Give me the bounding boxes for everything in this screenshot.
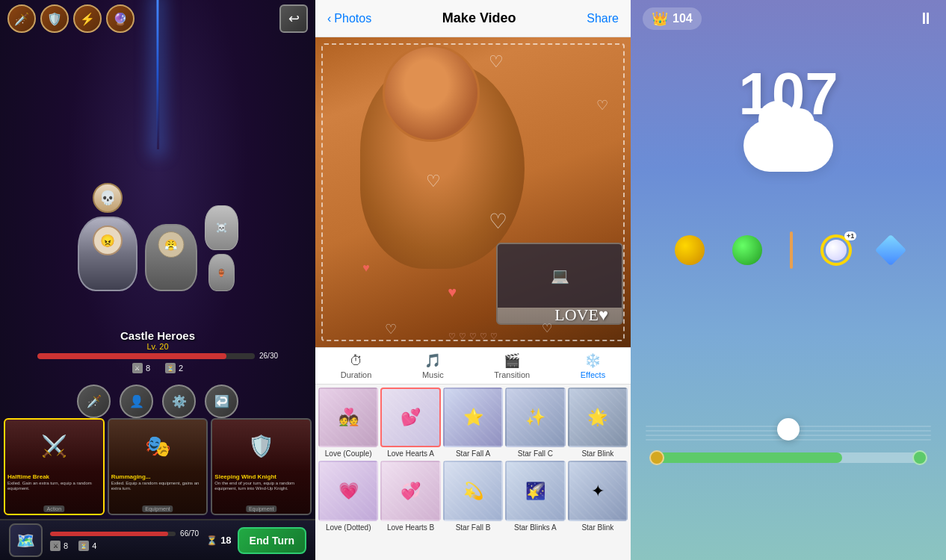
effect-thumb-star-blink: 🌟: [568, 388, 628, 447]
game-arena: 💀 😠 😤 ☠️ 🏺: [0, 45, 315, 299]
game-icon-4[interactable]: 🔮: [106, 4, 135, 33]
sword-icon: ⚔: [132, 363, 143, 373]
hero-level: Lv. 20: [0, 342, 315, 351]
effect-star-blink2[interactable]: ✦ Star Blink: [568, 461, 628, 532]
effect-star-blinks-a[interactable]: 🌠 Star Blinks A: [505, 461, 565, 532]
card-art-2: 🎭: [109, 420, 207, 472]
cloud-icon: [743, 119, 833, 172]
card-rummaging[interactable]: 🎭 Rummaging... Exiled. Equip a random eq…: [108, 418, 208, 515]
card-title-1: Halftime Break: [7, 473, 101, 481]
score-badge-number: 104: [673, 12, 693, 25]
game-icon-2[interactable]: 🛡️: [40, 4, 69, 33]
pause-button[interactable]: ⏸: [918, 9, 934, 28]
music-label: Music: [422, 370, 444, 379]
music-panel: 👑 104 ⏸ 107 +1: [631, 0, 946, 560]
card-text-1: Halftime Break Exiled. Gain an extra tur…: [5, 472, 103, 494]
effect-label-love-hearts-b: Love Hearts B: [380, 523, 440, 532]
effect-label-star-blinks-a: Star Blinks A: [505, 523, 565, 532]
card-type-1: Action: [44, 505, 64, 512]
progress-fill: [653, 452, 842, 463]
card-desc-2: Exiled. Equip a random equipment, gains …: [111, 481, 205, 493]
hourglass-icon: ⏳: [165, 363, 176, 373]
video-panel: ‹ Photos Make Video Share 💻 ♡ ♡ ♡ ♡ ♥ ♥ …: [315, 0, 631, 560]
card-type-3: Equipment: [246, 505, 276, 512]
card-title-2: Rummaging...: [111, 473, 205, 481]
video-header: ‹ Photos Make Video Share: [315, 0, 631, 37]
effect-star-blink[interactable]: 🌟 Star Blink: [568, 388, 628, 458]
game-back-button[interactable]: ↩: [279, 4, 308, 33]
tab-duration[interactable]: ⏱ Duration: [333, 349, 380, 384]
bar-line: [790, 231, 793, 269]
card-desc-1: Exiled. Gain an extra turn, equip a rand…: [7, 481, 101, 493]
progress-knob-left[interactable]: [649, 450, 664, 465]
map-button[interactable]: 🗺️: [9, 523, 43, 557]
effect-label-star-fall-c: Star Fall C: [505, 449, 565, 458]
game-panel: 🗡️ 🛡️ ⚡ 🔮 ↩ 💀 😠 😤 ☠️: [0, 0, 315, 560]
effect-love-hearts-b[interactable]: 💞 Love Hearts B: [380, 461, 440, 532]
effect-label-love-dotted: Love (Dotted): [318, 523, 378, 532]
effect-love-dotted[interactable]: 💗 Love (Dotted): [318, 461, 378, 532]
enemy-hp-area: 66/70 ⚔ 8 ⏳ 4: [50, 529, 199, 551]
video-back-button[interactable]: ‹ Photos: [327, 12, 371, 25]
turn-area: ⏳ 18 End Turn: [206, 527, 306, 554]
game-icon-3[interactable]: ⚡: [73, 4, 102, 33]
progress-area: [653, 452, 924, 463]
card-desc-3: On the end of your turn, equip a random …: [214, 481, 308, 493]
effect-star-fall-a[interactable]: ⭐ Star Fall A: [443, 388, 503, 458]
resource-hourglass: ⏳ 2: [165, 363, 183, 373]
effect-thumb-star-fall-c: ✨: [505, 388, 565, 447]
cards-row: ⚔️ Halftime Break Exiled. Gain an extra …: [4, 411, 312, 515]
enemy-resource2: ⏳ 4: [78, 541, 96, 551]
effect-star-fall-b[interactable]: 💫 Star Fall B: [443, 461, 503, 532]
effect-star-fall-c[interactable]: ✨ Star Fall C: [505, 388, 565, 458]
game-top-bar: 🗡️ 🛡️ ⚡ 🔮 ↩: [0, 0, 315, 37]
card-type-2: Equipment: [142, 505, 173, 512]
enemy-hourglass-icon: ⏳: [78, 541, 89, 551]
video-controls-tabs: ⏱ Duration 🎵 Music 🎬 Transition ❄️ Effec…: [315, 347, 631, 385]
game-icon-row: 🗡️ 🛡️ ⚡ 🔮: [7, 4, 135, 33]
effect-thumb-love-hearts-b: 💞: [380, 461, 440, 520]
effect-thumb-star-fall-a: ⭐: [443, 388, 503, 447]
progress-knob-right[interactable]: [912, 450, 927, 465]
effects-label: Effects: [581, 370, 605, 379]
effects-grid: 💑 Love (Couple) 💕 Love Hearts A ⭐ Star F…: [315, 385, 631, 560]
effect-thumb-star-fall-b: 💫: [443, 461, 503, 520]
tab-transition[interactable]: 🎬 Transition: [486, 348, 537, 384]
hp-bar: [37, 353, 255, 359]
orb-gold: [675, 235, 705, 265]
effect-love-couple[interactable]: 💑 Love (Couple): [318, 388, 378, 458]
enemy-hp-bar-red-bg: [50, 532, 176, 536]
card-text-2: Rummaging... Exiled. Equip a random equi…: [109, 472, 207, 494]
card-halftime-break[interactable]: ⚔️ Halftime Break Exiled. Gain an extra …: [4, 418, 105, 515]
plus-badge: +1: [844, 231, 856, 240]
white-ball: [777, 418, 800, 441]
resource-sword: ⚔ 8: [132, 363, 150, 373]
diamond-orb: [875, 234, 906, 266]
effects-row-1: 💑 Love (Couple) 💕 Love Hearts A ⭐ Star F…: [318, 388, 628, 458]
effect-thumb-love-hearts-a: 💕: [380, 388, 440, 447]
card-sleeping-knight[interactable]: 🛡️ Sleeping Wind Knight On the end of yo…: [211, 418, 312, 515]
duration-label: Duration: [341, 370, 372, 379]
end-turn-button[interactable]: End Turn: [238, 527, 306, 554]
effect-label-star-fall-a: Star Fall A: [443, 449, 503, 458]
effect-love-hearts-a[interactable]: 💕 Love Hearts A: [380, 388, 440, 458]
tab-music[interactable]: 🎵 Music: [415, 348, 451, 384]
orb-ring: +1: [820, 234, 852, 266]
orb-ring-inner: [826, 240, 847, 261]
enemy-sword-icon: ⚔: [50, 541, 61, 551]
transition-icon: 🎬: [504, 352, 520, 369]
hero-hp-area: 26/30 ⚔ 8 ⏳ 2: [37, 352, 278, 373]
game-icon-1[interactable]: 🗡️: [7, 4, 36, 33]
card-title-3: Sleeping Wind Knight: [214, 473, 308, 481]
duration-icon: ⏱: [350, 353, 363, 369]
video-share-button[interactable]: Share: [587, 12, 619, 25]
effect-label-star-fall-b: Star Fall B: [443, 523, 503, 532]
card-art-3: 🛡️: [212, 420, 310, 472]
hero-name: Castle Heroes: [0, 329, 315, 342]
hp-text: 26/30: [259, 352, 278, 360]
score-badge: 👑 104: [643, 7, 702, 30]
tab-effects[interactable]: ❄️ Effects: [573, 348, 613, 384]
enemy-hp-text: 66/70: [180, 529, 199, 538]
music-top-bar: 👑 104 ⏸: [631, 0, 946, 37]
music-icon: 🎵: [424, 352, 441, 369]
